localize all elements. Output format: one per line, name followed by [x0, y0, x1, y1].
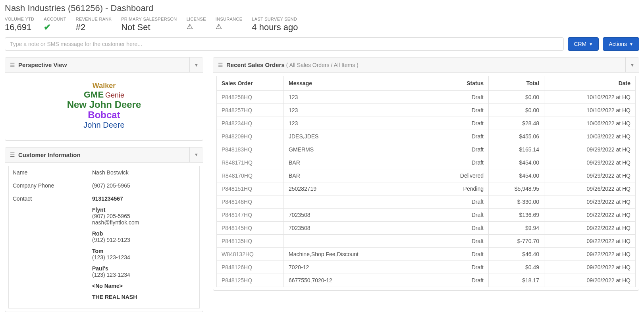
table-row: P848126HQ7020-12Draft$0.4909/20/2022 at … [216, 261, 636, 274]
order-id[interactable]: P848151HQ [216, 182, 284, 195]
contact-block: Rob(912) 912-9123 [92, 230, 195, 243]
order-total: $9.94 [489, 222, 544, 235]
order-message: 123 [284, 104, 437, 117]
panel-title: Recent Sales Orders [226, 61, 285, 68]
panel-collapse-button[interactable]: ▼ [625, 57, 639, 72]
order-status: Draft [437, 143, 489, 156]
stat-label: VOLUME YTD [5, 17, 34, 21]
crm-button[interactable]: CRM ▼ [568, 37, 599, 51]
order-message: 123 [284, 117, 437, 130]
order-id[interactable]: R848170HQ [216, 169, 284, 182]
order-id[interactable]: P848257HQ [216, 104, 284, 117]
order-total: $165.14 [489, 143, 544, 156]
orders-table: Sales Order Message Status Total Date P8… [216, 76, 636, 287]
order-id[interactable]: W848132HQ [216, 248, 284, 261]
panel-header: ☰ Perspective View ▼ [5, 57, 203, 73]
table-row: R848171HQBARDraft$454.0009/29/2022 at HQ [216, 156, 636, 169]
contact-block: Paul's(123) 123-1234 [92, 265, 195, 278]
panel-collapse-button[interactable]: ▼ [189, 57, 203, 72]
order-total: $46.40 [489, 248, 544, 261]
contact-line: (123) 123-1234 [92, 272, 195, 278]
contact-block: THE REAL NASH [92, 294, 195, 300]
note-input[interactable] [5, 37, 564, 51]
table-row: P848145HQ7023508Draft$9.9409/22/2022 at … [216, 222, 636, 235]
stat-value: Not Set [121, 22, 177, 33]
recent-sales-orders-panel: ☰ Recent Sales Orders ( All Sales Orders… [213, 57, 639, 291]
order-status: Draft [437, 209, 489, 222]
table-row: Company Phone (907) 205-5965 [9, 179, 200, 192]
order-total: $0.49 [489, 261, 544, 274]
top-input-row: CRM ▼ Actions ▼ [5, 37, 639, 51]
actions-button[interactable]: Actions ▼ [603, 37, 639, 51]
order-id[interactable]: P848258HQ [216, 91, 284, 104]
order-date: 09/23/2022 at HQ [544, 195, 636, 209]
table-row: Contact 9131234567Flynt(907) 205-5965nas… [9, 192, 200, 308]
order-id[interactable]: P848126HQ [216, 261, 284, 274]
customer-information-panel: ☰ Customer Information ▼ Name Nash Bostw… [5, 147, 203, 312]
col-message[interactable]: Message [284, 76, 437, 91]
order-message [284, 235, 437, 248]
order-id[interactable]: P848234HQ [216, 117, 284, 130]
contact-block: <No Name> [92, 283, 195, 289]
contact-line: (907) 205-5965 [92, 213, 195, 219]
order-date: 09/29/2022 at HQ [544, 143, 636, 156]
order-id[interactable]: P848147HQ [216, 209, 284, 222]
order-status: Draft [437, 195, 489, 209]
order-id[interactable]: P848145HQ [216, 222, 284, 235]
order-status: Draft [437, 248, 489, 261]
stats-row: VOLUME YTD 16,691 ACCOUNT ✔ REVENUE RANK… [5, 17, 639, 33]
stat-label: INSURANCE [216, 17, 243, 21]
order-status: Draft [437, 261, 489, 274]
order-id[interactable]: P848135HQ [216, 235, 284, 248]
wordcloud-genie[interactable]: Genie [105, 91, 124, 99]
order-id[interactable]: P848148HQ [216, 195, 284, 209]
contact-name: Rob [92, 230, 195, 237]
wordcloud-walker[interactable]: Walker [93, 82, 116, 90]
order-status: Draft [437, 274, 489, 287]
wordcloud-john-deere[interactable]: John Deere [83, 121, 124, 129]
stat-label: PRIMARY SALESPERSON [121, 17, 177, 21]
bars-icon: ☰ [218, 62, 223, 68]
order-total: $454.00 [489, 156, 544, 169]
table-row: P848151HQ250282719Pending$5,948.9509/26/… [216, 182, 636, 195]
order-date: 10/10/2022 at HQ [544, 91, 636, 104]
caret-down-icon: ▼ [629, 42, 633, 46]
col-date[interactable]: Date [544, 76, 636, 91]
info-phone-value: (907) 205-5965 [88, 179, 200, 192]
order-id[interactable]: P848125HQ [216, 274, 284, 287]
table-row: P848135HQDraft$-770.7009/22/2022 at HQ [216, 235, 636, 248]
wordcloud-new-john-deere[interactable]: New John Deere [67, 99, 141, 110]
table-row: R848170HQBARDelivered$454.0009/29/2022 a… [216, 169, 636, 182]
order-date: 09/20/2022 at HQ [544, 261, 636, 274]
col-sales-order[interactable]: Sales Order [216, 76, 284, 91]
order-id[interactable]: P848209HQ [216, 130, 284, 143]
stat-account: ACCOUNT ✔ [44, 17, 66, 33]
order-message: 7023508 [284, 209, 437, 222]
stat-label: REVENUE RANK [76, 17, 112, 21]
order-date: 09/20/2022 at HQ [544, 274, 636, 287]
order-message: JDES,JDES [284, 130, 437, 143]
panel-collapse-button[interactable]: ▼ [189, 148, 203, 162]
order-total: $5,948.95 [489, 182, 544, 195]
table-row: P848125HQ6677550,7020-12Draft$18.1709/20… [216, 274, 636, 287]
order-status: Pending [437, 182, 489, 195]
stat-insurance: INSURANCE ⚠ [216, 17, 243, 33]
warning-icon: ⚠ [187, 22, 206, 31]
order-id[interactable]: P848183HQ [216, 143, 284, 156]
stat-license: LICENSE ⚠ [187, 17, 206, 33]
col-total[interactable]: Total [489, 76, 544, 91]
contact-line: (123) 123-1234 [92, 254, 195, 261]
order-message: BAR [284, 156, 437, 169]
wordcloud-bobcat[interactable]: Bobcat [88, 109, 120, 120]
order-date: 09/29/2022 at HQ [544, 156, 636, 169]
customer-info-table: Name Nash Bostwick Company Phone (907) 2… [8, 166, 200, 308]
wordcloud-gme[interactable]: GME [84, 90, 104, 100]
order-id[interactable]: R848171HQ [216, 156, 284, 169]
col-status[interactable]: Status [437, 76, 489, 91]
order-date: 09/22/2022 at HQ [544, 235, 636, 248]
panel-header: ☰ Customer Information ▼ [5, 148, 203, 163]
stat-value: 4 hours ago [252, 22, 298, 33]
order-message: 250282719 [284, 182, 437, 195]
table-row: W848132HQMachine,Shop Fee,DiscountDraft$… [216, 248, 636, 261]
order-total: $-330.00 [489, 195, 544, 209]
